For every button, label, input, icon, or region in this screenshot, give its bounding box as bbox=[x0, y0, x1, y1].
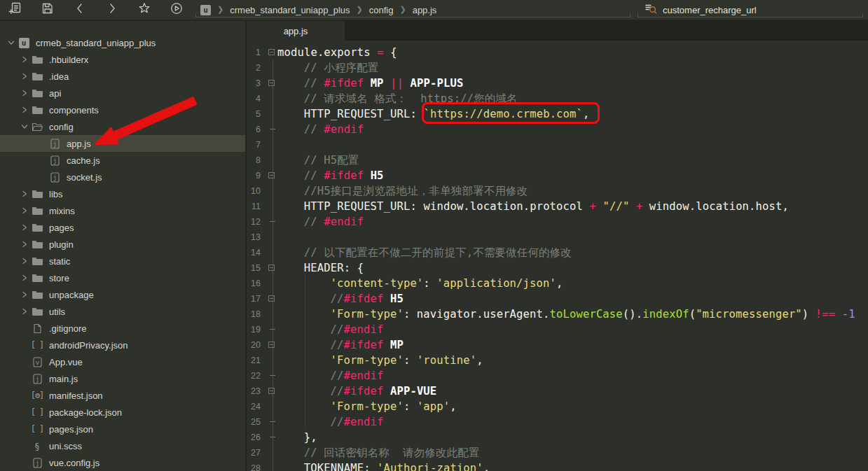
code-line-8[interactable]: 8// H5配置 bbox=[247, 153, 868, 168]
chevron-right-icon[interactable] bbox=[19, 106, 30, 113]
chevron-right-icon[interactable] bbox=[19, 190, 30, 197]
chevron-down-icon[interactable] bbox=[19, 123, 30, 130]
breadcrumb-item-config[interactable]: config bbox=[369, 5, 394, 15]
chevron-right-icon[interactable] bbox=[19, 308, 30, 315]
tree-item-.idea[interactable]: .idea bbox=[0, 68, 245, 85]
folder-icon-slot bbox=[30, 223, 44, 232]
breadcrumb-item-crmeb_standard_uniapp_plus[interactable]: crmeb_standard_uniapp_plus bbox=[230, 5, 350, 15]
line-number: 1 bbox=[247, 45, 261, 60]
code-line-17[interactable]: 17//#ifdef H5 bbox=[247, 291, 868, 307]
code-text: // #ifdef MP || APP-PLUS bbox=[277, 76, 868, 91]
back-button[interactable] bbox=[72, 2, 88, 17]
code-line-15[interactable]: 15HEADER: { bbox=[247, 260, 868, 276]
tree-item-label: store bbox=[49, 273, 69, 283]
tree-item-package-lock.json[interactable]: [ ]package-lock.json bbox=[0, 404, 245, 421]
code-line-6[interactable]: 6// #endif bbox=[247, 122, 868, 137]
collapse-icon[interactable] bbox=[268, 49, 275, 55]
folder-icon bbox=[32, 240, 43, 249]
tree-item-manifest.json[interactable]: [⚙]manifest.json bbox=[0, 387, 245, 404]
tree-item-utils[interactable]: utils bbox=[0, 303, 245, 320]
code-line-20[interactable]: 20//#ifdef MP bbox=[247, 337, 868, 353]
tree-item-pages[interactable]: pages bbox=[0, 219, 245, 236]
code-line-21[interactable]: 21'Form-type': 'routine', bbox=[247, 353, 868, 368]
line-number: 19 bbox=[247, 322, 261, 337]
global-search-box[interactable]: customer_recharge_url bbox=[645, 0, 757, 20]
collapse-icon[interactable] bbox=[268, 295, 275, 302]
tree-item-crmeb_standard_uniapp_plus[interactable]: ucrmeb_standard_uniapp_plus bbox=[0, 34, 245, 51]
code-line-16[interactable]: 16'content-type': 'application/json', bbox=[247, 276, 868, 291]
tree-item-store[interactable]: store bbox=[0, 269, 245, 286]
forward-button[interactable] bbox=[104, 2, 120, 17]
code-line-3[interactable]: 3// #ifdef MP || APP-PLUS bbox=[247, 76, 868, 91]
tree-item-cache.js[interactable]: jcache.js bbox=[0, 152, 245, 169]
save-button[interactable] bbox=[40, 2, 55, 17]
chevron-right-icon[interactable] bbox=[19, 224, 30, 231]
fold-column bbox=[261, 106, 277, 122]
chevron-right-icon[interactable] bbox=[19, 291, 30, 298]
folder-icon-slot bbox=[30, 55, 44, 64]
folder-open-icon-slot bbox=[30, 122, 44, 132]
code-line-1[interactable]: 1module.exports = { bbox=[247, 45, 868, 60]
chevron-right-icon[interactable] bbox=[19, 258, 30, 265]
star-button[interactable] bbox=[137, 2, 152, 17]
chevron-down-icon[interactable] bbox=[6, 39, 17, 46]
code-line-9[interactable]: 9// #ifdef H5 bbox=[247, 168, 868, 183]
code-line-13[interactable]: 13 bbox=[247, 230, 868, 245]
run-button[interactable] bbox=[169, 2, 184, 17]
tree-item-libs[interactable]: libs bbox=[0, 185, 245, 202]
chevron-right-icon[interactable] bbox=[19, 56, 30, 63]
code-line-7[interactable]: 7 bbox=[247, 137, 868, 153]
chevron-right-icon[interactable] bbox=[19, 241, 30, 248]
tree-item-unpackage[interactable]: unpackage bbox=[0, 286, 245, 303]
tree-item-uni.scss[interactable]: §uni.scss bbox=[0, 437, 245, 454]
code-line-27[interactable]: 27// 回话密钥名称 请勿修改此配置 bbox=[247, 445, 868, 461]
tree-item-androidPrivacy.json[interactable]: [ ]androidPrivacy.json bbox=[0, 337, 245, 353]
new-file-button[interactable] bbox=[8, 2, 23, 17]
collapse-icon[interactable] bbox=[268, 172, 275, 178]
tree-item-vue.config.js[interactable]: jvue.config.js bbox=[0, 454, 245, 471]
fold-marker[interactable] bbox=[261, 384, 277, 399]
fold-marker[interactable] bbox=[261, 291, 277, 307]
fold-marker[interactable] bbox=[261, 168, 277, 183]
tab-app.js[interactable]: app.js bbox=[247, 21, 345, 41]
chevron-right-icon[interactable] bbox=[19, 207, 30, 214]
tree-item-App.vue[interactable]: vApp.vue bbox=[0, 353, 245, 370]
code-line-19[interactable]: 19//#endif bbox=[247, 322, 868, 337]
code-line-25[interactable]: 25//#endif bbox=[247, 414, 868, 430]
collapse-icon[interactable] bbox=[268, 388, 275, 394]
code-line-24[interactable]: 24'Form-type': 'app', bbox=[247, 399, 868, 414]
breadcrumb-item-app.js[interactable]: app.js bbox=[413, 5, 437, 15]
tree-item-static[interactable]: static bbox=[0, 253, 245, 269]
fold-marker[interactable] bbox=[261, 260, 277, 276]
code-line-28[interactable]: 28TOKENNAME: 'Authori-zation', bbox=[247, 461, 868, 471]
tree-item-pages.json[interactable]: [ ]pages.json bbox=[0, 421, 245, 437]
code-line-18[interactable]: 18'Form-type': navigator.userAgent.toLow… bbox=[247, 307, 868, 322]
code-line-23[interactable]: 23//#ifdef APP-VUE bbox=[247, 384, 868, 399]
chevron-right-icon[interactable] bbox=[19, 73, 30, 80]
collapse-icon[interactable] bbox=[268, 80, 275, 86]
collapse-icon[interactable] bbox=[268, 265, 275, 271]
code-line-12[interactable]: 12// #endif bbox=[247, 214, 868, 230]
code-line-22[interactable]: 22//#endif bbox=[247, 368, 868, 384]
tree-item-.hbuilderx[interactable]: .hbuilderx bbox=[0, 51, 245, 68]
code-line-26[interactable]: 26}, bbox=[247, 430, 868, 445]
tree-item-label: uni.scss bbox=[49, 441, 82, 451]
collapse-icon[interactable] bbox=[268, 342, 275, 348]
tree-item-.gitignore[interactable]: .gitignore bbox=[0, 320, 245, 337]
breadcrumb: u❯crmeb_standard_uniapp_plus❯config❯app.… bbox=[200, 0, 436, 20]
code-line-10[interactable]: 10//H5接口是浏览器地址，非单独部署不用修改 bbox=[247, 183, 868, 199]
fold-marker[interactable] bbox=[261, 45, 277, 60]
chevron-right-icon[interactable] bbox=[19, 90, 30, 97]
chevron-right-icon[interactable] bbox=[19, 274, 30, 281]
code-line-2[interactable]: 2// 小程序配置 bbox=[247, 60, 868, 76]
tree-item-socket.js[interactable]: jsocket.js bbox=[0, 169, 245, 185]
fold-marker[interactable] bbox=[261, 337, 277, 353]
tree-item-label: socket.js bbox=[67, 172, 102, 183]
tree-item-plugin[interactable]: plugin bbox=[0, 236, 245, 253]
code-line-11[interactable]: 11HTTP_REQUEST_URL: window.location.prot… bbox=[247, 199, 868, 214]
fold-marker[interactable] bbox=[261, 76, 277, 91]
tree-item-mixins[interactable]: mixins bbox=[0, 202, 245, 219]
code-line-14[interactable]: 14// 以下配置在不做二开的前提下,不需要做任何的修改 bbox=[247, 245, 868, 260]
tree-item-main.js[interactable]: jmain.js bbox=[0, 370, 245, 387]
toolbar-icons bbox=[8, 0, 184, 20]
